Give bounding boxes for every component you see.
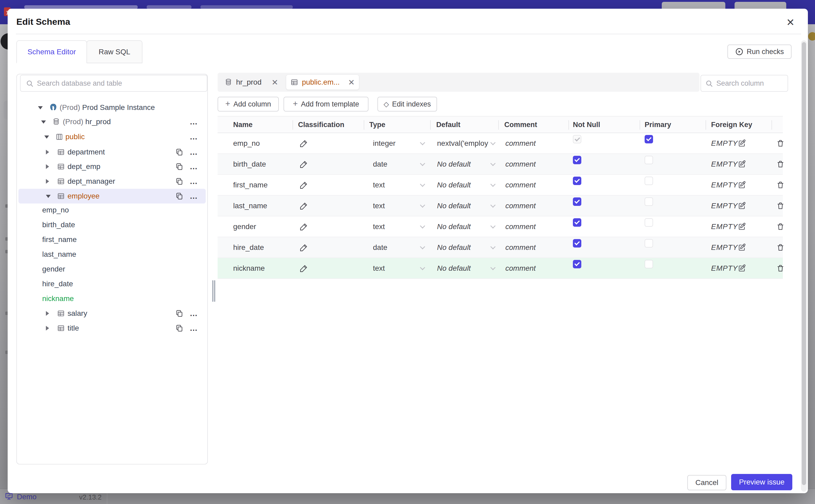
tree-item-column-first-name[interactable]: first_name (18, 232, 206, 247)
type-select[interactable]: text (373, 264, 385, 273)
tree-item-table-dept-emp[interactable]: dept_emp … (18, 159, 206, 174)
edit-classification-icon[interactable] (299, 201, 308, 210)
primary-checkbox[interactable] (645, 177, 653, 185)
tree-item-column-gender[interactable]: gender (18, 262, 206, 277)
run-checks-button[interactable]: Run checks (727, 45, 792, 59)
chevron-down-icon[interactable] (491, 203, 495, 207)
column-name-cell[interactable]: nickname (233, 264, 265, 273)
edit-classification-icon[interactable] (299, 222, 308, 231)
chevron-down-icon[interactable] (421, 224, 425, 228)
edit-foreign-key-icon[interactable] (738, 264, 746, 273)
delete-column-icon[interactable] (776, 202, 785, 210)
column-name-cell[interactable]: hire_date (233, 243, 264, 252)
column-name-cell[interactable]: emp_no (233, 139, 260, 148)
chevron-right-icon[interactable] (46, 326, 49, 331)
edit-classification-icon[interactable] (299, 243, 308, 252)
comment-input[interactable]: comment (505, 264, 536, 273)
close-icon[interactable]: ✕ (348, 78, 355, 87)
column-name-cell[interactable]: last_name (233, 202, 267, 210)
tree-search-input[interactable] (37, 76, 200, 90)
primary-checkbox[interactable] (645, 260, 653, 268)
add-column-button[interactable]: + Add column (218, 97, 279, 112)
more-menu-icon[interactable]: … (190, 326, 198, 331)
more-menu-icon[interactable]: … (190, 119, 198, 124)
chip-hr-prod[interactable]: hr_prod ✕ (220, 75, 282, 90)
edit-foreign-key-icon[interactable] (738, 139, 746, 148)
not-null-checkbox[interactable] (573, 218, 581, 227)
more-menu-icon[interactable]: … (190, 193, 198, 199)
delete-column-icon[interactable] (776, 264, 785, 273)
copy-icon[interactable] (175, 163, 183, 171)
chevron-down-icon[interactable] (421, 203, 425, 207)
tree-item-table-title[interactable]: title … (18, 321, 206, 336)
type-select[interactable]: text (373, 202, 385, 210)
tree-item-table-salary[interactable]: salary … (18, 306, 206, 321)
tree-item-column-hire-date[interactable]: hire_date (18, 277, 206, 291)
close-icon[interactable]: ✕ (784, 16, 797, 29)
chip-public-employee[interactable]: public.em... ✕ (286, 75, 359, 90)
edit-foreign-key-icon[interactable] (738, 222, 746, 231)
tree-item-table-employee[interactable]: employee … (18, 189, 206, 203)
tree-item-column-birth-date[interactable]: birth_date (18, 217, 206, 232)
primary-checkbox[interactable] (645, 239, 653, 248)
tree-item-column-last-name[interactable]: last_name (18, 247, 206, 262)
delete-column-icon[interactable] (776, 222, 785, 231)
copy-icon[interactable] (175, 309, 183, 317)
comment-input[interactable]: comment (505, 139, 536, 148)
tree-item-column-emp-no[interactable]: emp_no (18, 203, 206, 217)
chevron-down-icon[interactable] (38, 106, 43, 109)
type-select[interactable]: text (373, 181, 385, 189)
chevron-down-icon[interactable] (491, 140, 495, 144)
copy-icon[interactable] (175, 324, 183, 332)
tree-item-table-dept-manager[interactable]: dept_manager … (18, 174, 206, 189)
edit-foreign-key-icon[interactable] (738, 243, 746, 252)
delete-column-icon[interactable] (776, 181, 785, 189)
delete-column-icon[interactable] (776, 160, 785, 168)
column-name-cell[interactable]: birth_date (233, 160, 266, 168)
primary-checkbox[interactable] (645, 156, 653, 164)
primary-checkbox[interactable] (645, 197, 653, 206)
more-menu-icon[interactable]: … (190, 164, 198, 169)
more-menu-icon[interactable]: … (190, 179, 198, 184)
chevron-down-icon[interactable] (44, 135, 49, 139)
scrollbar-thumb[interactable] (802, 42, 806, 485)
not-null-checkbox[interactable] (573, 239, 581, 248)
chevron-down-icon[interactable] (491, 161, 495, 165)
type-select[interactable]: integer (373, 139, 395, 148)
delete-column-icon[interactable] (776, 139, 785, 148)
copy-icon[interactable] (175, 148, 183, 156)
not-null-checkbox[interactable] (573, 156, 581, 164)
comment-input[interactable]: comment (505, 243, 536, 252)
edit-foreign-key-icon[interactable] (738, 181, 746, 189)
edit-foreign-key-icon[interactable] (738, 160, 746, 168)
add-from-template-button[interactable]: + Add from template (283, 97, 368, 112)
type-select[interactable]: text (373, 222, 385, 231)
tree-item-table-department[interactable]: department … (18, 145, 206, 159)
default-select[interactable]: No default (437, 202, 489, 210)
default-select[interactable]: No default (437, 222, 489, 231)
type-select[interactable]: date (373, 160, 387, 168)
not-null-checkbox[interactable] (573, 177, 581, 185)
cancel-button[interactable]: Cancel (687, 475, 726, 490)
preview-issue-button[interactable]: Preview issue (731, 474, 792, 490)
type-select[interactable]: date (373, 243, 387, 252)
edit-classification-icon[interactable] (299, 160, 308, 169)
not-null-checkbox[interactable] (573, 197, 581, 206)
chevron-down-icon[interactable] (421, 140, 425, 144)
tree-item-instance[interactable]: (Prod) Prod Sample Instance (18, 100, 206, 115)
comment-input[interactable]: comment (505, 222, 536, 231)
chevron-down-icon[interactable] (491, 224, 495, 228)
tree-item-column-nickname[interactable]: nickname (18, 291, 206, 306)
column-name-cell[interactable]: gender (233, 222, 256, 231)
edit-classification-icon[interactable] (299, 139, 308, 148)
chevron-down-icon[interactable] (421, 182, 425, 186)
primary-checkbox[interactable] (645, 135, 653, 143)
chevron-down-icon[interactable] (491, 244, 495, 249)
tab-raw-sql[interactable]: Raw SQL (86, 40, 142, 63)
close-icon[interactable]: ✕ (272, 78, 278, 87)
delete-column-icon[interactable] (776, 243, 785, 252)
edit-classification-icon[interactable] (299, 264, 308, 273)
tree-item-schema-public[interactable]: public … (18, 129, 206, 144)
column-search-input[interactable] (716, 76, 784, 90)
edit-indexes-button[interactable]: ◇ Edit indexes (377, 97, 437, 112)
